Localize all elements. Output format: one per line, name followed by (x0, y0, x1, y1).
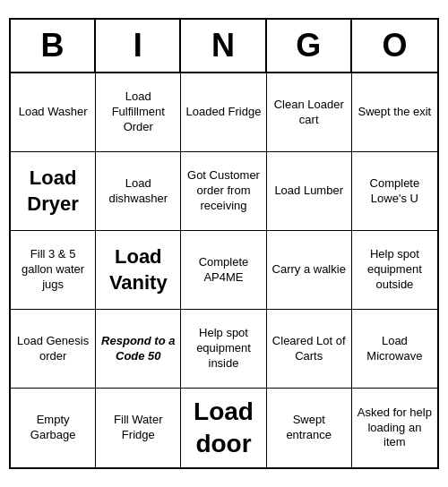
bingo-cell-4: Swept the exit (352, 73, 437, 152)
bingo-letter-o: O (352, 20, 437, 72)
bingo-cell-24: Asked for help loading an item (352, 389, 437, 467)
bingo-cell-16: Respond to a Code 50 (96, 310, 181, 389)
bingo-header: BINGO (11, 20, 437, 73)
bingo-cell-14: Help spot equipment outside (352, 231, 437, 310)
bingo-cell-7: Got Customer order from receiving (181, 152, 266, 231)
bingo-cell-22: Load door (181, 389, 266, 467)
bingo-cell-6: Load dishwasher (96, 152, 181, 231)
bingo-cell-2: Loaded Fridge (181, 73, 266, 152)
bingo-cell-13: Carry a walkie (267, 231, 352, 310)
bingo-cell-11: Load Vanity (96, 231, 181, 310)
bingo-cell-1: Load Fulfillment Order (96, 73, 181, 152)
bingo-card: BINGO Load WasherLoad Fulfillment OrderL… (9, 18, 439, 469)
bingo-grid: Load WasherLoad Fulfillment OrderLoaded … (11, 73, 437, 467)
bingo-cell-18: Cleared Lot of Carts (267, 310, 352, 389)
bingo-cell-0: Load Washer (11, 73, 96, 152)
bingo-cell-21: Fill Water Fridge (96, 389, 181, 467)
bingo-cell-15: Load Genesis order (11, 310, 96, 389)
bingo-letter-b: B (11, 20, 96, 72)
bingo-cell-5: Load Dryer (11, 152, 96, 231)
bingo-cell-20: Empty Garbage (11, 389, 96, 467)
bingo-cell-19: Load Microwave (352, 310, 437, 389)
bingo-cell-3: Clean Loader cart (267, 73, 352, 152)
bingo-cell-8: Load Lumber (267, 152, 352, 231)
bingo-letter-n: N (181, 20, 266, 72)
bingo-cell-9: Complete Lowe's U (352, 152, 437, 231)
bingo-cell-12: Complete AP4ME (181, 231, 266, 310)
bingo-letter-i: I (96, 20, 181, 72)
bingo-cell-10: Fill 3 & 5 gallon water jugs (11, 231, 96, 310)
bingo-cell-17: Help spot equipment inside (181, 310, 266, 389)
bingo-cell-23: Swept entrance (267, 389, 352, 467)
bingo-letter-g: G (267, 20, 352, 72)
